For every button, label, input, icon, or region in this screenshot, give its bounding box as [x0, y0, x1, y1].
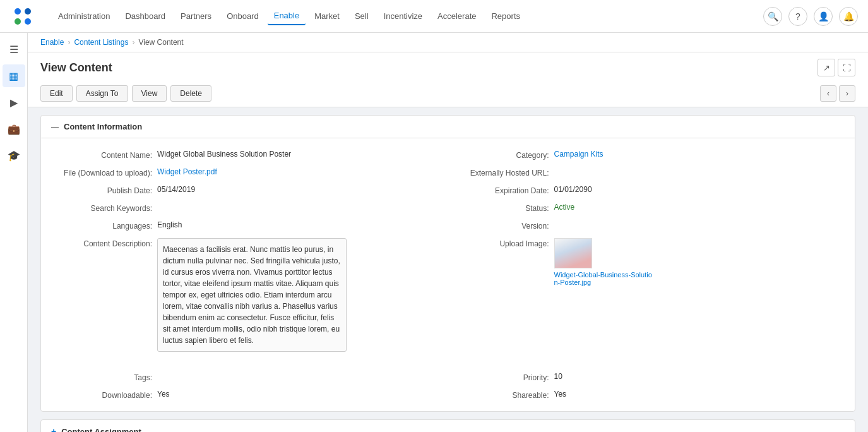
field-status: Status: Active	[448, 199, 845, 217]
section-title: Content Information	[64, 122, 142, 131]
upload-image-area: Widget-Global-Business-Solution-Poster.j…	[554, 238, 655, 286]
breadcrumb-bar: Enable › Content Listings › View Content	[28, 33, 868, 52]
value-content-name: Widget Global Business Solution Poster	[157, 150, 291, 159]
image-filename-link[interactable]: Widget-Global-Business-Solution-Poster.j…	[554, 271, 655, 286]
label-description: Content Description:	[56, 238, 157, 248]
breadcrumb: Enable › Content Listings › View Content	[40, 38, 184, 47]
label-priority: Priority:	[453, 372, 554, 382]
assignment-title: Content Assignment	[61, 427, 141, 433]
label-languages: Languages:	[56, 220, 157, 231]
pagination-buttons: ‹ ›	[820, 85, 855, 102]
collapse-icon[interactable]: —	[51, 123, 59, 131]
label-hosted-url: Externally Hosted URL:	[453, 167, 554, 177]
nav-sell[interactable]: Sell	[348, 8, 375, 25]
right-column: Category: Campaign Kits Externally Hoste…	[448, 146, 845, 356]
field-file-download: File (Download to upload): Widget Poster…	[51, 164, 448, 181]
value-expiration-date: 01/01/2090	[554, 185, 592, 194]
label-content-name: Content Name:	[56, 150, 157, 160]
value-downloadable: Yes	[157, 390, 170, 399]
breadcrumb-enable[interactable]: Enable	[40, 38, 64, 47]
sidebar: ☰ ▦ ▶ 💼 🎓	[0, 33, 28, 432]
svg-point-0	[15, 8, 21, 15]
value-priority: 10	[554, 372, 562, 381]
user-icon-button[interactable]: 👤	[814, 7, 833, 26]
nav-accelerate[interactable]: Accelerate	[431, 8, 482, 25]
content-information-section: — Content Information Content Name: Widg…	[40, 115, 855, 412]
nav-dashboard[interactable]: Dashboard	[119, 8, 172, 25]
top-navigation: Administration Dashboard Partners Onboar…	[0, 0, 868, 33]
value-status: Active	[554, 203, 575, 212]
sidebar-menu-icon[interactable]: ☰	[3, 38, 25, 61]
nav-partners[interactable]: Partners	[174, 8, 218, 25]
label-search-keywords: Search Keywords:	[56, 203, 157, 213]
notification-icon-button[interactable]: 🔔	[839, 7, 858, 26]
nav-enable[interactable]: Enable	[268, 7, 306, 25]
help-icon-button[interactable]: ?	[788, 7, 807, 26]
nav-incentivize[interactable]: Incentivize	[378, 8, 429, 25]
label-status: Status:	[453, 203, 554, 213]
fullscreen-button[interactable]: ⛶	[838, 59, 855, 76]
breadcrumb-content-listings[interactable]: Content Listings	[74, 38, 128, 47]
field-publish-date: Publish Date: 05/14/2019	[51, 181, 448, 199]
nav-links: Administration Dashboard Partners Onboar…	[52, 7, 763, 25]
label-shareable: Shareable:	[453, 390, 554, 400]
content-area: Enable › Content Listings › View Content…	[28, 33, 868, 432]
bottom-right: Priority: 10 Shareable: Yes	[448, 368, 845, 404]
field-priority: Priority: 10	[448, 368, 845, 386]
prev-button[interactable]: ‹	[820, 85, 836, 102]
value-languages: English	[157, 220, 182, 229]
plus-icon: +	[51, 426, 56, 432]
label-downloadable: Downloadable:	[56, 390, 157, 400]
field-upload-image: Upload Image: Widget-Global-Business-Sol…	[448, 234, 845, 290]
field-search-keywords: Search Keywords:	[51, 199, 448, 217]
field-version: Version:	[448, 217, 845, 234]
sidebar-graduation-icon[interactable]: 🎓	[3, 144, 25, 167]
value-publish-date: 05/14/2019	[157, 185, 195, 194]
nav-right-icons: 🔍 ? 👤 🔔	[763, 7, 858, 26]
main-layout: ☰ ▦ ▶ 💼 🎓 Enable › Content Listings › Vi…	[0, 33, 868, 432]
nav-administration[interactable]: Administration	[52, 8, 116, 25]
assign-to-button[interactable]: Assign To	[76, 85, 128, 102]
sidebar-video-icon[interactable]: ▶	[3, 91, 25, 114]
label-file-download: File (Download to upload):	[56, 167, 157, 177]
field-shareable: Shareable: Yes	[448, 386, 845, 404]
action-buttons: Edit Assign To View Delete	[40, 85, 211, 102]
label-category: Category:	[453, 150, 554, 160]
nav-onboard[interactable]: Onboard	[220, 8, 265, 25]
file-download-link[interactable]: Widget Poster.pdf	[157, 167, 217, 176]
label-upload-image: Upload Image:	[453, 238, 554, 248]
sidebar-briefcase-icon[interactable]: 💼	[3, 117, 25, 140]
next-button[interactable]: ›	[839, 85, 855, 102]
field-expiration-date: Expiration Date: 01/01/2090	[448, 181, 845, 199]
edit-button[interactable]: Edit	[40, 85, 73, 102]
svg-point-3	[25, 18, 31, 25]
nav-reports[interactable]: Reports	[485, 8, 526, 25]
field-category: Category: Campaign Kits	[448, 146, 845, 164]
content-assignment-section: + Content Assignment	[40, 419, 855, 432]
label-publish-date: Publish Date:	[56, 185, 157, 195]
button-bar: Edit Assign To View Delete ‹ ›	[28, 80, 868, 107]
assignment-header[interactable]: + Content Assignment	[41, 420, 855, 432]
nav-market[interactable]: Market	[308, 8, 346, 25]
popout-button[interactable]: ↗	[817, 59, 835, 76]
breadcrumb-sep-1: ›	[68, 38, 70, 47]
sidebar-grid-icon[interactable]: ▦	[3, 64, 25, 87]
logo-area	[10, 4, 39, 29]
view-button[interactable]: View	[132, 85, 167, 102]
bottom-left: Tags: Downloadable: Yes	[51, 368, 448, 404]
label-tags: Tags:	[56, 372, 157, 382]
delete-button[interactable]: Delete	[170, 85, 211, 102]
search-icon-button[interactable]: 🔍	[763, 7, 782, 26]
category-link[interactable]: Campaign Kits	[554, 150, 603, 159]
label-version: Version:	[453, 220, 554, 231]
field-hosted-url: Externally Hosted URL:	[448, 164, 845, 181]
page-title-row: View Content ↗ ⛶	[28, 52, 868, 80]
field-downloadable: Downloadable: Yes	[51, 386, 448, 404]
image-thumbnail	[554, 238, 592, 268]
field-languages: Languages: English	[51, 217, 448, 234]
breadcrumb-sep-2: ›	[132, 38, 134, 47]
section-header: — Content Information	[41, 116, 855, 138]
breadcrumb-current: View Content	[138, 38, 183, 47]
form-grid: Content Name: Widget Global Business Sol…	[41, 138, 855, 363]
field-content-name: Content Name: Widget Global Business Sol…	[51, 146, 448, 164]
